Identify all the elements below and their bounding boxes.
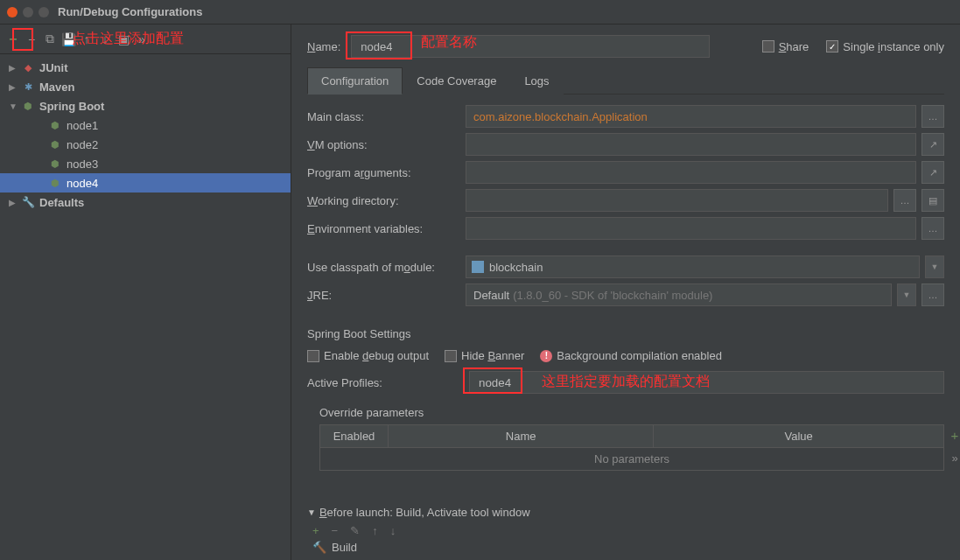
enable-debug-label: Enable debug output (324, 349, 429, 362)
spring-icon: ⬢ (48, 157, 62, 171)
classpath-row: Use classpath of module: blockchain ▼ (307, 256, 944, 278)
table-side-buttons: + » (947, 427, 960, 466)
env-vars-input[interactable] (466, 217, 916, 240)
before-launch-header[interactable]: ▼ Before launch: Build, Activate tool wi… (307, 506, 944, 519)
spring-icon: ⬢ (21, 99, 35, 113)
jre-row: JRE: Default (1.8.0_60 - SDK of 'blockch… (307, 284, 944, 306)
browse-class-button[interactable]: … (921, 105, 944, 128)
chevron-down-icon: ▼ (9, 102, 18, 111)
spring-icon: ⬢ (48, 118, 62, 132)
working-dir-label: Working directory: (307, 194, 460, 207)
before-launch-section: ▼ Before launch: Build, Activate tool wi… (307, 506, 944, 554)
browse-jre-button[interactable]: … (921, 284, 944, 306)
expand-args-button[interactable]: ↗ (921, 161, 944, 184)
hide-banner-checkbox[interactable] (445, 350, 457, 362)
tab-configuration[interactable]: Configuration (307, 67, 403, 94)
before-launch-toolbar: + − ✎ ↑ ↓ (307, 524, 944, 537)
expand-button[interactable]: » (134, 32, 150, 47)
add-config-button[interactable]: + (5, 32, 21, 47)
single-instance-wrap[interactable]: ✓ Single instance only (826, 40, 944, 53)
spring-settings-row: Enable debug output Hide Banner ! Backgr… (307, 349, 944, 362)
tree-item-defaults[interactable]: ▶ 🔧 Defaults (0, 192, 291, 212)
warning-icon: ! (540, 350, 552, 362)
copy-config-button[interactable]: ⧉ (42, 32, 58, 47)
module-value: blockchain (489, 261, 543, 274)
tree-item-junit[interactable]: ▶ ◆ JUnit (0, 58, 291, 77)
module-icon (472, 261, 484, 273)
move-down-button[interactable]: ↓ (97, 32, 113, 47)
titlebar: Run/Debug Configurations (0, 0, 960, 24)
macro-dir-button[interactable]: ▤ (921, 189, 944, 212)
browse-env-button[interactable]: … (921, 217, 944, 240)
move-up-button[interactable]: ↑ (79, 32, 95, 47)
sidebar: + − ⧉ 💾 ↑ ↓ ▣ » 点击这里添加配置 ▶ ◆ JUnit ▶ ✱ M… (0, 24, 291, 560)
add-param-button[interactable]: + (947, 427, 960, 443)
main-class-row: Main class: … (307, 105, 944, 128)
jre-dropdown-button[interactable]: ▼ (897, 284, 916, 306)
maximize-icon[interactable] (39, 7, 49, 18)
bg-compile-label: Background compilation enabled (557, 349, 722, 362)
single-instance-checkbox[interactable]: ✓ (826, 40, 838, 52)
save-config-button[interactable]: 💾 (60, 32, 76, 47)
tree-item-node2[interactable]: ⬢ node2 (0, 135, 291, 154)
name-label: Name: (307, 40, 340, 53)
enable-debug-wrap[interactable]: Enable debug output (307, 349, 429, 362)
add-task-button[interactable]: + (312, 524, 319, 537)
main-class-input[interactable] (466, 105, 916, 128)
hide-banner-label: Hide Banner (461, 349, 524, 362)
wrench-icon: 🔧 (21, 195, 35, 209)
jre-select[interactable]: Default (1.8.0_60 - SDK of 'blockchain' … (466, 284, 892, 306)
close-icon[interactable] (7, 7, 18, 18)
window-controls (7, 7, 49, 18)
module-dropdown-button[interactable]: ▼ (925, 256, 944, 278)
edit-task-button[interactable]: ✎ (350, 524, 360, 537)
enable-debug-checkbox[interactable] (307, 350, 319, 362)
share-label: Share (779, 40, 809, 53)
hide-banner-wrap[interactable]: Hide Banner (445, 349, 524, 362)
tree-item-node4[interactable]: ⬢ node4 (0, 173, 291, 192)
junit-icon: ◆ (21, 60, 35, 74)
working-dir-input[interactable] (466, 189, 888, 212)
expand-vm-button[interactable]: ↗ (921, 133, 944, 156)
active-profiles-input[interactable] (469, 371, 944, 394)
vm-options-input[interactable] (466, 133, 916, 156)
move-task-up-button[interactable]: ↑ (372, 524, 378, 537)
before-launch-item-build[interactable]: 🔨 Build (307, 541, 944, 554)
window-title: Run/Debug Configurations (58, 5, 202, 18)
chevron-right-icon: ▶ (9, 82, 18, 92)
tree-item-node1[interactable]: ⬢ node1 (0, 116, 291, 135)
more-param-button[interactable]: » (947, 450, 960, 466)
share-checkbox-wrap[interactable]: Share (762, 40, 809, 53)
maven-icon: ✱ (21, 80, 35, 94)
minimize-icon[interactable] (23, 7, 33, 18)
vm-options-label: VM options: (307, 138, 460, 151)
remove-task-button[interactable]: − (332, 524, 339, 537)
chevron-down-icon: ▼ (307, 508, 316, 517)
override-section: Override parameters Enabled Name Value N… (307, 406, 944, 471)
jre-hint: (1.8.0_60 - SDK of 'blockchain' module) (513, 289, 712, 302)
main-panel: Name: Share ✓ Single instance only 配置名称 … (291, 24, 960, 560)
folder-button[interactable]: ▣ (116, 32, 131, 47)
tabs: Configuration Code Coverage Logs (307, 66, 944, 94)
env-vars-row: Environment variables: … (307, 217, 944, 240)
name-input[interactable] (351, 35, 710, 58)
remove-config-button[interactable]: − (24, 32, 39, 47)
move-task-down-button[interactable]: ↓ (390, 524, 396, 537)
th-enabled: Enabled (320, 425, 389, 447)
tree-item-maven[interactable]: ▶ ✱ Maven (0, 77, 291, 96)
tree-item-node3[interactable]: ⬢ node3 (0, 154, 291, 173)
before-launch-label: Before launch: Build, Activate tool wind… (319, 506, 530, 519)
program-args-input[interactable] (466, 161, 916, 184)
browse-dir-button[interactable]: … (893, 189, 916, 212)
module-select[interactable]: blockchain (466, 256, 920, 278)
env-vars-label: Environment variables: (307, 222, 460, 235)
spring-settings-label: Spring Boot Settings (307, 327, 944, 340)
tab-code-coverage[interactable]: Code Coverage (403, 67, 510, 94)
working-dir-row: Working directory: … ▤ (307, 189, 944, 212)
share-checkbox[interactable] (762, 40, 774, 52)
tree-item-spring-boot[interactable]: ▼ ⬢ Spring Boot (0, 96, 291, 116)
th-name: Name (389, 425, 654, 447)
tab-logs[interactable]: Logs (510, 67, 563, 94)
sidebar-toolbar: + − ⧉ 💾 ↑ ↓ ▣ » 点击这里添加配置 (0, 24, 291, 54)
config-tree: ▶ ◆ JUnit ▶ ✱ Maven ▼ ⬢ Spring Boot ⬢ no… (0, 54, 291, 560)
